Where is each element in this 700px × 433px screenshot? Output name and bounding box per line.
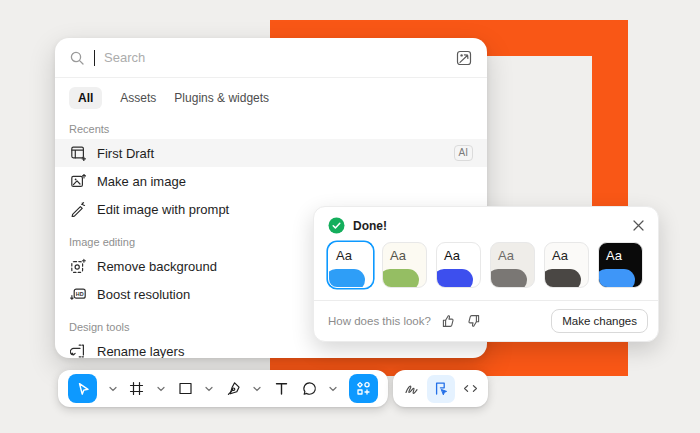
frame-tool[interactable] xyxy=(128,380,145,397)
swatch-pill xyxy=(382,269,419,288)
tab-assets[interactable]: Assets xyxy=(120,87,156,109)
theme-swatch[interactable]: Aa xyxy=(490,242,535,288)
swatch-label: Aa xyxy=(498,248,514,263)
section-header-recents: Recents xyxy=(55,116,487,139)
svg-text:HD: HD xyxy=(76,291,84,297)
make-changes-button[interactable]: Make changes xyxy=(551,309,648,333)
actions-tool[interactable] xyxy=(349,374,378,403)
search-bar[interactable]: Search xyxy=(55,38,487,78)
thumbs-down-icon[interactable] xyxy=(465,312,483,330)
list-item-label: Rename layers xyxy=(97,344,473,359)
design-toolbar xyxy=(58,370,388,407)
rename-cursor-icon xyxy=(69,343,87,358)
theme-swatch[interactable]: Aa xyxy=(382,242,427,288)
edit-sparkle-icon xyxy=(69,201,87,217)
swatch-label: Aa xyxy=(390,248,406,263)
list-item-first-draft[interactable]: First Draft AI xyxy=(55,139,487,167)
swatch-pill xyxy=(598,269,635,288)
check-circle-icon xyxy=(328,217,345,234)
theme-swatches: Aa Aa Aa Aa Aa Aa xyxy=(314,240,658,300)
comment-tool[interactable] xyxy=(301,380,318,397)
chevron-down-icon[interactable] xyxy=(108,385,118,393)
done-title: Done! xyxy=(353,219,623,233)
swatch-label: Aa xyxy=(444,248,460,263)
move-tool[interactable] xyxy=(68,374,97,403)
swatch-pill xyxy=(328,269,365,288)
template-icon xyxy=(69,145,87,161)
tab-all[interactable]: All xyxy=(69,87,102,109)
make-tool[interactable] xyxy=(427,375,455,403)
remove-background-icon xyxy=(69,258,87,274)
thumbs-up-icon[interactable] xyxy=(439,312,457,330)
tab-plugins-widgets[interactable]: Plugins & widgets xyxy=(174,87,269,109)
done-popup: Done! Aa Aa Aa Aa Aa Aa How does this lo… xyxy=(313,206,659,342)
chevron-down-icon[interactable] xyxy=(156,385,166,393)
swatch-label: Aa xyxy=(336,248,352,263)
swatch-pill xyxy=(436,269,473,288)
list-item-label: Make an image xyxy=(97,174,473,189)
theme-swatch[interactable]: Aa xyxy=(598,242,643,288)
list-item-label: First Draft xyxy=(97,146,444,161)
feedback-question: How does this look? xyxy=(328,315,431,327)
chevron-down-icon[interactable] xyxy=(252,385,262,393)
ai-badge: AI xyxy=(454,145,473,161)
draw-tool[interactable] xyxy=(403,380,420,397)
shape-tool[interactable] xyxy=(177,380,194,397)
swatch-label: Aa xyxy=(552,248,568,263)
dev-mode-tool[interactable] xyxy=(462,380,479,397)
chevron-down-icon[interactable] xyxy=(204,385,214,393)
swatch-label: Aa xyxy=(606,248,622,263)
swatch-pill xyxy=(544,269,581,288)
text-caret xyxy=(94,50,95,66)
text-tool[interactable] xyxy=(273,380,290,397)
mode-toolbar xyxy=(393,370,488,407)
image-search-icon[interactable] xyxy=(455,49,473,67)
search-icon xyxy=(69,50,85,66)
hd-icon: HD xyxy=(69,286,87,302)
close-icon[interactable] xyxy=(631,218,646,233)
search-tabs: All Assets Plugins & widgets xyxy=(55,78,487,116)
swatch-pill xyxy=(490,269,527,288)
theme-swatch[interactable]: Aa xyxy=(436,242,481,288)
list-item-make-an-image[interactable]: Make an image xyxy=(55,167,487,195)
pen-tool[interactable] xyxy=(225,380,242,397)
image-plus-icon xyxy=(69,173,87,189)
search-input[interactable]: Search xyxy=(104,50,446,65)
theme-swatch[interactable]: Aa xyxy=(544,242,589,288)
theme-swatch[interactable]: Aa xyxy=(328,242,373,288)
chevron-down-icon[interactable] xyxy=(328,385,338,393)
